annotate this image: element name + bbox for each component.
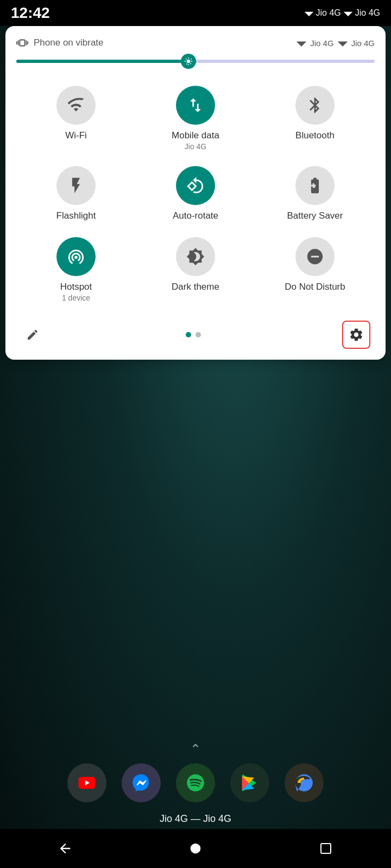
dot-2 [195, 332, 201, 337]
dock-area: ⌃ [0, 742, 391, 825]
flashlight-label: Flashlight [56, 210, 96, 221]
mobiledata-sublabel: Jio 4G [185, 142, 206, 151]
wifi-icon-bg [56, 86, 96, 125]
flashlight-icon-bg [56, 166, 96, 205]
navigation-bar [0, 829, 391, 868]
batterysaver-icon [306, 176, 324, 195]
bluetooth-icon [306, 96, 324, 114]
recents-icon [319, 842, 332, 855]
edit-icon [26, 328, 39, 341]
brightness-row[interactable] [16, 60, 375, 63]
donotdisturb-label: Do Not Disturb [285, 282, 345, 292]
status-icons: Jio 4G Jio 4G [304, 8, 381, 18]
qs-bottom-bar [16, 318, 375, 351]
app-spotify[interactable] [176, 763, 215, 802]
bluetooth-label: Bluetooth [295, 130, 335, 141]
home-icon [188, 841, 203, 856]
status-bar: 12:42 Jio 4G Jio 4G [0, 0, 391, 26]
tile-donotdisturb[interactable]: Do Not Disturb [255, 229, 375, 310]
mobiledata-icon-bg [176, 86, 215, 125]
brightness-slider[interactable] [16, 60, 375, 63]
brightness-fill [16, 60, 188, 63]
tile-autorotate[interactable]: Auto-rotate [136, 158, 255, 229]
autorotate-icon-bg [176, 166, 215, 205]
network2-label: Jio 4G [355, 8, 380, 18]
playstore-icon [239, 773, 260, 793]
notif-left: Phone on vibrate [16, 37, 104, 49]
batterysaver-icon-bg [295, 166, 335, 205]
signal-indicator1 [296, 37, 307, 48]
tiles-grid: Wi-Fi Mobile data Jio 4G Bluetooth [16, 78, 375, 310]
wifi-icon [67, 96, 85, 114]
edit-button[interactable] [21, 323, 45, 347]
tile-hotspot[interactable]: Hotspot 1 device [16, 229, 136, 310]
tile-flashlight[interactable]: Flashlight [16, 158, 136, 229]
tile-darktheme[interactable]: Dark theme [136, 229, 255, 310]
youtube-icon [77, 773, 97, 793]
flashlight-icon [67, 176, 85, 195]
notif-network2: Jio 4G [351, 39, 375, 48]
darktheme-icon-bg [176, 237, 215, 276]
dot-1 [186, 332, 191, 337]
hotspot-icon-bg [56, 237, 96, 276]
back-button[interactable] [49, 832, 81, 865]
batterysaver-label: Battery Saver [287, 210, 343, 221]
wifi-label: Wi-Fi [65, 130, 87, 141]
autorotate-label: Auto-rotate [173, 210, 218, 221]
svg-rect-2 [321, 844, 331, 853]
chrome-icon [294, 773, 314, 793]
tile-batterysaver[interactable]: Battery Saver [255, 158, 375, 229]
tile-bluetooth[interactable]: Bluetooth [255, 78, 375, 158]
settings-button[interactable] [342, 321, 370, 349]
bluetooth-icon-bg [295, 86, 335, 125]
status-time: 12:42 [11, 4, 50, 22]
messenger-icon [131, 773, 152, 793]
hotspot-label: Hotspot [60, 282, 92, 292]
back-icon [58, 841, 73, 856]
signal-indicator2 [337, 37, 348, 48]
autorotate-icon [186, 176, 205, 195]
hotspot-sublabel: 1 device [62, 293, 90, 302]
darktheme-icon [186, 247, 205, 266]
settings-icon [349, 327, 364, 342]
notification-bar: Phone on vibrate Jio 4G Jio 4G [16, 37, 375, 49]
signal1-icon [304, 8, 314, 18]
donotdisturb-icon [306, 247, 324, 266]
vibrate-icon [16, 37, 28, 49]
quick-settings-panel: Phone on vibrate Jio 4G Jio 4G [5, 26, 386, 360]
brightness-thumb [181, 54, 196, 69]
darktheme-label: Dark theme [172, 282, 219, 292]
notif-right: Jio 4G Jio 4G [296, 37, 375, 48]
tile-mobiledata[interactable]: Mobile data Jio 4G [136, 78, 255, 158]
app-chrome[interactable] [285, 763, 324, 802]
brightness-icon [184, 57, 193, 66]
mobiledata-icon [186, 96, 205, 114]
spotify-icon [185, 773, 206, 793]
recents-button[interactable] [310, 832, 342, 865]
network1-label: Jio 4G [316, 8, 341, 18]
app-messenger[interactable] [122, 763, 161, 802]
hotspot-icon [67, 247, 85, 266]
app-youtube[interactable] [67, 763, 106, 802]
donotdisturb-icon-bg [295, 237, 335, 276]
dock-icons [67, 763, 324, 802]
signal2-icon [343, 8, 353, 18]
dock-chevron-icon: ⌃ [190, 742, 201, 757]
home-button[interactable] [179, 832, 212, 865]
tile-wifi[interactable]: Wi-Fi [16, 78, 136, 158]
notif-network1: Jio 4G [310, 39, 333, 48]
app-playstore[interactable] [230, 763, 269, 802]
svg-point-1 [191, 844, 201, 854]
network-label: Jio 4G — Jio 4G [160, 813, 231, 825]
page-dots [186, 332, 201, 337]
mobiledata-label: Mobile data [172, 130, 219, 141]
vibrate-label: Phone on vibrate [34, 37, 104, 48]
